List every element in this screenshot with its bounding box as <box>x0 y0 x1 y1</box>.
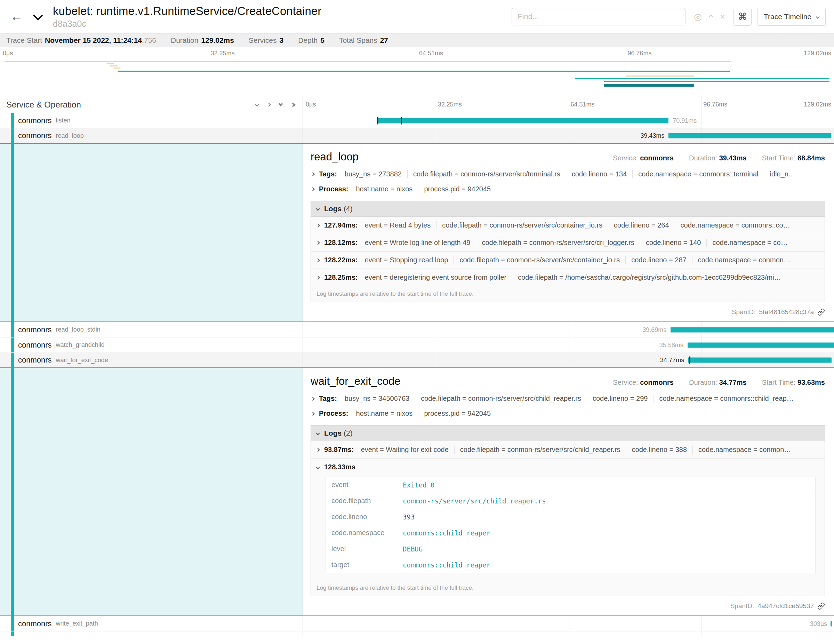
log-field-chip: code.filepath = conmon-rs/server/src/chi… <box>454 446 626 454</box>
tag-chip: code.namespace = conmonrs::child_reap… <box>653 395 799 403</box>
span-duration-label: 303µs <box>810 620 827 627</box>
log-field-chip: code.filepath = /home/sascha/.cargo/regi… <box>512 273 787 282</box>
chevron-right-icon[interactable] <box>267 104 270 106</box>
tags-row[interactable]: Tags: busy_ns = 34506763 code.filepath =… <box>310 395 825 403</box>
span-bar[interactable] <box>688 342 834 348</box>
chevron-down-icon <box>816 15 819 18</box>
span-timeline-cell[interactable]: 35.58ms <box>303 338 834 353</box>
log-field-chip: code.lineno = 388 <box>626 446 693 454</box>
span-bar[interactable] <box>671 327 834 332</box>
span-name-cell[interactable] <box>0 631 303 636</box>
minimap-span-line <box>604 81 829 82</box>
service-color-bar <box>11 368 14 615</box>
log-entry[interactable]: 128.22ms: event = Stopping read loop cod… <box>311 252 824 269</box>
span-row-wait-for-exit-code: conmonrs wait_for_exit_code 34.77ms <box>0 353 834 368</box>
tick-label: 32.25ms <box>211 50 235 57</box>
logs-header[interactable]: Logs (2) <box>311 426 824 441</box>
log-entry[interactable]: 128.25ms: event = deregistering event so… <box>311 269 824 286</box>
span-name-cell[interactable]: conmonrs wait_for_exit_code <box>0 353 303 367</box>
tag-chip: code.lineno = 134 <box>566 170 633 178</box>
trace-title-block: kubelet: runtime.v1.RuntimeService/Creat… <box>53 5 322 29</box>
tag-chip: code.filepath = conmon-rs/server/src/chi… <box>415 395 587 403</box>
service-name: conmonrs <box>18 116 52 125</box>
chevron-right-icon <box>316 275 320 279</box>
ruler-gridline <box>436 96 436 113</box>
chevron-right-icon <box>316 223 320 227</box>
find-input[interactable] <box>512 8 685 25</box>
log-marker[interactable] <box>377 117 378 124</box>
span-timeline-cell[interactable]: 39.69ms <box>303 322 834 337</box>
service-color-bar <box>11 631 14 636</box>
minimap-gridline <box>625 58 625 92</box>
span-name-cell[interactable]: conmonrs read_loop_stdin <box>0 322 303 337</box>
copy-link-icon[interactable] <box>817 602 825 610</box>
service-color-bar <box>11 322 14 337</box>
span-name-cell[interactable]: conmonrs write_exit_path <box>0 616 303 631</box>
span-detail-meta: Service: conmonrs Duration: 39.43ms Star… <box>613 154 825 162</box>
log-entry[interactable]: 127.94ms: event = Read 4 bytes code.file… <box>311 217 824 234</box>
detail-left-column <box>0 144 303 322</box>
chevron-down-icon[interactable] <box>255 104 259 106</box>
span-name-cell[interactable]: conmonrs read_loop <box>0 128 303 143</box>
copy-link-icon[interactable] <box>817 308 825 316</box>
timeline-gridline <box>569 616 569 631</box>
trace-total-spans: Total Spans27 <box>339 36 388 45</box>
log-marker[interactable] <box>689 357 690 364</box>
span-timeline-cell[interactable] <box>303 631 834 636</box>
tick-label: 64.51ms <box>571 101 595 108</box>
page-title: kubelet: runtime.v1.RuntimeService/Creat… <box>53 5 322 18</box>
span-bar[interactable] <box>668 133 831 139</box>
span-timeline-cell[interactable]: 34.77ms <box>303 353 834 367</box>
operation-name: read_loop <box>56 132 84 139</box>
trace-view-select[interactable]: Trace Timeline <box>757 8 826 26</box>
chevron-right-icon <box>310 187 314 191</box>
span-name-cell[interactable]: conmonrs watch_grandchild <box>0 338 303 353</box>
trace-depth: Depth5 <box>298 36 325 45</box>
trace-minimap[interactable] <box>2 58 832 92</box>
chevron-right-icon <box>310 172 314 176</box>
process-row[interactable]: Process: host.name = nixos process.pid =… <box>310 185 825 193</box>
timeline-gridline <box>569 128 569 143</box>
trace-duration: Duration129.02ms <box>171 36 234 45</box>
span-timeline-cell[interactable]: 70.91ms <box>303 113 834 128</box>
minimap-span-line <box>575 78 829 79</box>
operation-name: listen <box>56 117 71 124</box>
log-entry[interactable]: 128.12ms: event = Wrote log line of leng… <box>311 234 824 252</box>
collapse-trace-header-icon[interactable] <box>33 14 43 22</box>
process-chip: host.name = nixos <box>351 409 419 417</box>
tags-row[interactable]: Tags: busy_ns = 273882 code.filepath = c… <box>310 170 825 178</box>
log-marker[interactable] <box>401 117 402 124</box>
log-field-chip: code.namespace = conmonrs::co… <box>675 221 796 229</box>
back-button[interactable]: ← <box>7 10 26 24</box>
log-field-chip: event = Read 4 bytes <box>359 221 437 229</box>
process-row[interactable]: Process: host.name = nixos process.pid =… <box>310 409 825 417</box>
span-timeline-cell[interactable]: 303µs <box>303 616 834 631</box>
span-bar[interactable] <box>377 118 668 123</box>
locate-span-icon[interactable]: ◎ <box>694 11 702 22</box>
minimap-gridline <box>417 58 417 92</box>
tick-label: 0µs <box>3 50 13 57</box>
span-name-cell[interactable]: conmonrs listen <box>0 113 303 128</box>
log-entry-header[interactable]: 128.33ms <box>315 463 820 471</box>
logs-header[interactable]: Logs (4) <box>311 201 824 217</box>
span-bar[interactable] <box>688 358 832 363</box>
timeline-gridline <box>569 353 569 367</box>
tick-label: 96.76ms <box>628 50 652 57</box>
keyboard-shortcuts-button[interactable]: ⌘ <box>734 8 752 26</box>
log-entry[interactable]: 93.87ms: event = Waiting for exit code c… <box>311 441 824 459</box>
span-row-write-exit-path: conmonrs write_exit_path 303µs <box>0 616 834 631</box>
span-bar[interactable] <box>831 621 832 626</box>
double-chevron-right-icon[interactable] <box>291 104 295 106</box>
span-duration-label: 35.58ms <box>659 341 684 349</box>
previous-result-icon[interactable] <box>709 15 713 18</box>
timeline-gridline <box>436 353 436 367</box>
double-chevron-down-icon[interactable] <box>279 104 282 106</box>
service-name: conmonrs <box>18 356 52 365</box>
service-color-bar <box>11 353 14 367</box>
clear-search-icon[interactable]: × <box>720 11 725 22</box>
span-timeline-cell[interactable]: 39.43ms <box>303 128 834 143</box>
process-chip: process.pid = 942045 <box>419 409 496 417</box>
log-field-row: code.filepath conmon-rs/server/src/child… <box>326 493 816 509</box>
ruler-gridline <box>701 96 701 113</box>
tag-chip: busy_ns = 34506763 <box>339 395 415 403</box>
